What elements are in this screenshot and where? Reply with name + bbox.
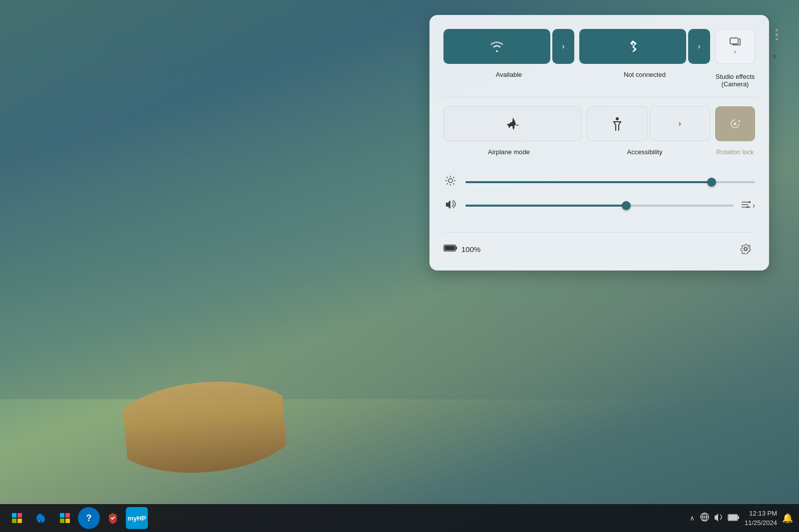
label-row-2: Airplane mode Accessibility Rotation loc…: [443, 147, 755, 156]
svg-line-11: [447, 183, 448, 184]
wifi-label: Available: [443, 70, 574, 88]
svg-rect-24: [60, 513, 64, 518]
svg-rect-26: [60, 519, 64, 523]
bluetooth-group: ›: [579, 29, 710, 64]
wifi-icon: [490, 41, 503, 52]
svg-rect-19: [445, 246, 455, 250]
volume-row: ›: [443, 200, 755, 211]
taskbar-right: ∧: [690, 509, 793, 528]
volume-thumb[interactable]: [622, 201, 631, 210]
bluetooth-label: Not connected: [579, 70, 710, 88]
svg-rect-20: [12, 513, 16, 518]
volume-arrow[interactable]: ›: [753, 201, 755, 210]
dot-3: [776, 38, 778, 40]
volume-slider[interactable]: [465, 205, 734, 207]
quick-settings-panel: › › ›: [429, 15, 769, 270]
rotation-icon: [729, 117, 742, 130]
svg-point-3: [448, 179, 452, 183]
notification-bell[interactable]: 🔔: [782, 513, 793, 524]
svg-point-16: [747, 206, 749, 208]
store-icon[interactable]: [54, 507, 76, 529]
desktop: › › ›: [0, 0, 799, 532]
airplane-mode-button[interactable]: [443, 106, 582, 141]
row-separator-1: [443, 97, 755, 97]
volume-settings-icon[interactable]: [742, 201, 751, 210]
volume-settings-group: ›: [742, 201, 755, 210]
system-tray-icons: [700, 512, 740, 525]
date-display: 11/25/2024: [745, 518, 777, 528]
airplane-label: Airplane mode: [443, 147, 574, 156]
taskbar: ? myHP ∧: [0, 504, 799, 532]
accessibility-button[interactable]: [587, 106, 648, 141]
svg-rect-25: [65, 513, 70, 518]
svg-line-8: [447, 177, 448, 178]
rotation-lock-button[interactable]: [715, 106, 755, 141]
battery-percent: 100%: [461, 245, 480, 254]
brightness-fill: [465, 181, 712, 183]
svg-rect-23: [17, 519, 22, 523]
bottom-button-row: ›: [443, 106, 755, 141]
svg-point-1: [616, 117, 619, 120]
svg-rect-0: [730, 38, 738, 44]
side-dots: [776, 29, 778, 40]
svg-line-10: [453, 177, 454, 178]
network-icon[interactable]: [700, 512, 710, 525]
airplane-icon: [506, 117, 520, 131]
taskbar-volume-icon[interactable]: [714, 513, 724, 524]
volume-icon: [443, 200, 457, 211]
time-display: 12:13 PM: [745, 509, 777, 519]
accessibility-icon: [610, 117, 624, 131]
brightness-row: [443, 175, 755, 189]
svg-rect-27: [65, 519, 70, 523]
brightness-thumb[interactable]: [707, 178, 716, 187]
svg-rect-33: [738, 516, 739, 519]
brightness-icon: [443, 175, 457, 189]
mcafee-icon[interactable]: [102, 507, 124, 529]
studio-arrow: ›: [734, 48, 736, 55]
system-tray-expand[interactable]: ∧: [690, 514, 695, 522]
bluetooth-icon: [628, 39, 638, 53]
svg-point-15: [749, 201, 751, 203]
gear-icon: [740, 244, 751, 255]
hp-icon[interactable]: myHP: [126, 507, 148, 529]
side-chevron[interactable]: ▼: [771, 52, 778, 60]
studio-effects-group: ›: [715, 29, 755, 64]
studio-effects-button[interactable]: ›: [715, 29, 755, 64]
studio-label: Studio effects (Camera): [715, 70, 755, 88]
clock-area[interactable]: 12:13 PM 11/25/2024: [745, 509, 777, 528]
wifi-button[interactable]: [443, 29, 550, 64]
sliders-section: ›: [443, 165, 755, 230]
svg-rect-18: [455, 247, 457, 250]
accessibility-label: Accessibility: [579, 147, 710, 156]
top-button-row: › › ›: [443, 29, 755, 64]
accessibility-group: ›: [587, 106, 710, 141]
battery-section: 100%: [443, 244, 480, 255]
rotation-label: Rotation lock: [715, 147, 755, 156]
svg-rect-21: [17, 513, 22, 518]
dot-2: [776, 33, 778, 36]
help-icon[interactable]: ?: [78, 507, 100, 529]
settings-button[interactable]: [736, 240, 755, 259]
accessibility-arrow-button[interactable]: ›: [650, 106, 711, 141]
svg-rect-22: [12, 519, 16, 523]
volume-fill: [465, 205, 626, 207]
label-row-1: Available Not connected Studio effects (…: [443, 70, 755, 88]
taskbar-left: ? myHP: [6, 507, 148, 529]
cast-icon: [730, 37, 741, 46]
brightness-slider[interactable]: [465, 181, 755, 183]
taskbar-battery-icon[interactable]: [728, 513, 740, 524]
dot-1: [776, 29, 778, 31]
start-button[interactable]: [6, 507, 28, 529]
svg-point-2: [734, 122, 737, 125]
edge-icon[interactable]: [30, 507, 52, 529]
bluetooth-arrow-button[interactable]: ›: [688, 29, 710, 64]
wifi-arrow-button[interactable]: ›: [552, 29, 574, 64]
bluetooth-button[interactable]: [579, 29, 686, 64]
svg-rect-34: [729, 515, 737, 520]
svg-line-9: [453, 183, 454, 184]
wifi-group: ›: [443, 29, 574, 64]
battery-icon: [443, 244, 457, 255]
bottom-bar: 100%: [443, 232, 755, 259]
